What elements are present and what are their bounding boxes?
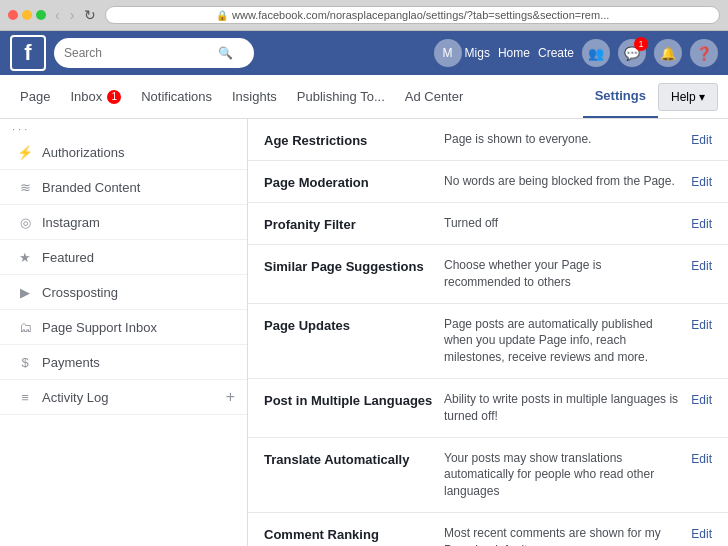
comment-ranking-value: Most recent comments are shown for my Pa…	[444, 525, 679, 546]
settings-table: Age Restrictions Page is shown to everyo…	[248, 119, 728, 546]
close-dot[interactable]	[8, 10, 18, 20]
nav-adcenter[interactable]: Ad Center	[395, 75, 474, 118]
nav-insights[interactable]: Insights	[222, 75, 287, 118]
sidebar-add-icon[interactable]: +	[226, 388, 235, 406]
settings-row-translate: Translate Automatically Your posts may s…	[248, 438, 728, 513]
crossposting-icon: ▶	[16, 283, 34, 301]
translate-edit[interactable]: Edit	[691, 450, 712, 466]
messages-icon-btn[interactable]: 💬 1	[618, 39, 646, 67]
reload-button[interactable]: ↻	[81, 7, 99, 23]
browser-dots	[8, 10, 46, 20]
sidebar-item-page-support-inbox[interactable]: 🗂 Page Support Inbox	[0, 310, 247, 345]
nav-help[interactable]: Help ▾	[658, 83, 718, 111]
facebook-logo: f	[10, 35, 46, 71]
sidebar-item-activity-log[interactable]: ≡ Activity Log +	[0, 380, 247, 415]
settings-row-similar-page: Similar Page Suggestions Choose whether …	[248, 245, 728, 304]
nav-create[interactable]: Create	[538, 46, 574, 60]
nav-inbox[interactable]: Inbox 1	[60, 75, 131, 118]
authorizations-icon: ⚡	[16, 143, 34, 161]
nav-user[interactable]: M Migs	[434, 39, 490, 67]
page-support-icon: 🗂	[16, 318, 34, 336]
fb-nav-right: M Migs Home Create 👥 💬 1 🔔 ❓	[254, 39, 718, 67]
username: Migs	[465, 46, 490, 60]
sidebar-item-payments[interactable]: $ Payments	[0, 345, 247, 380]
similar-page-edit[interactable]: Edit	[691, 257, 712, 273]
main-layout: · · · ⚡ Authorizations ≋ Branded Content…	[0, 119, 728, 546]
multiple-languages-edit[interactable]: Edit	[691, 391, 712, 407]
age-restrictions-label: Age Restrictions	[264, 131, 444, 148]
similar-page-value: Choose whether your Page is recommended …	[444, 257, 679, 291]
settings-row-age-restrictions: Age Restrictions Page is shown to everyo…	[248, 119, 728, 161]
sidebar-item-branded-content[interactable]: ≋ Branded Content	[0, 170, 247, 205]
help-icon-btn[interactable]: ❓	[690, 39, 718, 67]
browser-nav: ‹ › ↻	[52, 7, 99, 23]
profanity-filter-edit[interactable]: Edit	[691, 215, 712, 231]
settings-row-multiple-languages: Post in Multiple Languages Ability to wr…	[248, 379, 728, 438]
multiple-languages-value: Ability to write posts in multiple langu…	[444, 391, 679, 425]
instagram-icon: ◎	[16, 213, 34, 231]
age-restrictions-edit[interactable]: Edit	[691, 131, 712, 147]
multiple-languages-label: Post in Multiple Languages	[264, 391, 444, 408]
facebook-topnav: f 🔍 M Migs Home Create 👥 💬 1 🔔 ❓	[0, 31, 728, 75]
search-input[interactable]	[64, 46, 214, 60]
sidebar-item-featured[interactable]: ★ Featured	[0, 240, 247, 275]
nav-settings[interactable]: Settings	[583, 75, 658, 118]
forward-button[interactable]: ›	[67, 7, 78, 23]
people-icon-btn[interactable]: 👥	[582, 39, 610, 67]
messages-badge: 1	[634, 37, 648, 51]
sidebar-top: · · ·	[0, 119, 247, 135]
comment-ranking-edit[interactable]: Edit	[691, 525, 712, 541]
avatar: M	[434, 39, 462, 67]
payments-icon: $	[16, 353, 34, 371]
settings-row-comment-ranking: Comment Ranking Most recent comments are…	[248, 513, 728, 546]
profanity-filter-value: Turned off	[444, 215, 679, 232]
nav-notifications[interactable]: Notifications	[131, 75, 222, 118]
back-button[interactable]: ‹	[52, 7, 63, 23]
featured-icon: ★	[16, 248, 34, 266]
sidebar-item-instagram[interactable]: ◎ Instagram	[0, 205, 247, 240]
minimize-dot[interactable]	[22, 10, 32, 20]
page-updates-value: Page posts are automatically published w…	[444, 316, 679, 366]
maximize-dot[interactable]	[36, 10, 46, 20]
translate-value: Your posts may show translations automat…	[444, 450, 679, 500]
url-text: www.facebook.com/norasplacepanglao/setti…	[232, 9, 609, 21]
page-moderation-label: Page Moderation	[264, 173, 444, 190]
page-updates-edit[interactable]: Edit	[691, 316, 712, 332]
sidebar: · · · ⚡ Authorizations ≋ Branded Content…	[0, 119, 248, 546]
page-updates-label: Page Updates	[264, 316, 444, 333]
settings-row-profanity-filter: Profanity Filter Turned off Edit	[248, 203, 728, 245]
comment-ranking-label: Comment Ranking	[264, 525, 444, 542]
inbox-badge: 1	[107, 90, 121, 104]
search-icon: 🔍	[218, 46, 233, 60]
nav-publishing[interactable]: Publishing To...	[287, 75, 395, 118]
activity-log-icon: ≡	[16, 388, 34, 406]
search-box[interactable]: 🔍	[54, 38, 254, 68]
nav-home[interactable]: Home	[498, 46, 530, 60]
translate-label: Translate Automatically	[264, 450, 444, 467]
sidebar-item-authorizations[interactable]: ⚡ Authorizations	[0, 135, 247, 170]
sidebar-item-crossposting[interactable]: ▶ Crossposting	[0, 275, 247, 310]
notifications-icon-btn[interactable]: 🔔	[654, 39, 682, 67]
address-bar[interactable]: 🔒 www.facebook.com/norasplacepanglao/set…	[105, 6, 720, 24]
nav-page[interactable]: Page	[10, 75, 60, 118]
page-moderation-value: No words are being blocked from the Page…	[444, 173, 679, 190]
browser-chrome: ‹ › ↻ 🔒 www.facebook.com/norasplacepangl…	[0, 0, 728, 31]
profanity-filter-label: Profanity Filter	[264, 215, 444, 232]
branded-content-icon: ≋	[16, 178, 34, 196]
page-moderation-edit[interactable]: Edit	[691, 173, 712, 189]
settings-row-page-updates: Page Updates Page posts are automaticall…	[248, 304, 728, 379]
page-nav: Page Inbox 1 Notifications Insights Publ…	[0, 75, 728, 119]
content-area: Age Restrictions Page is shown to everyo…	[248, 119, 728, 546]
sidebar-more-dots: · · ·	[12, 123, 27, 135]
similar-page-label: Similar Page Suggestions	[264, 257, 444, 274]
age-restrictions-value: Page is shown to everyone.	[444, 131, 679, 148]
settings-row-page-moderation: Page Moderation No words are being block…	[248, 161, 728, 203]
